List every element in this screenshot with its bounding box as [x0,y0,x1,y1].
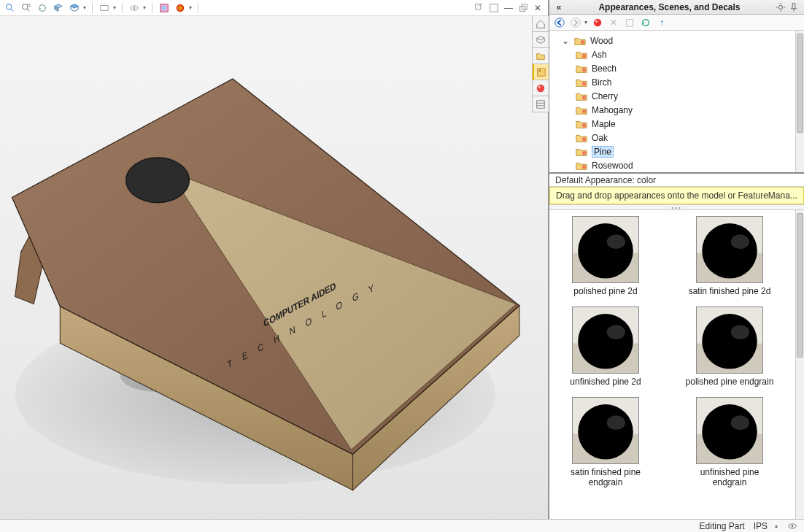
task-pane-tabs [532,16,548,112]
tree-node-maple[interactable]: Maple [549,117,804,131]
close-icon[interactable]: ✕ [532,2,544,14]
tab-file-explorer[interactable] [533,48,549,64]
scrollbar-thumb[interactable] [797,34,803,133]
rotate-icon[interactable] [36,2,48,14]
gear-icon[interactable] [775,1,786,13]
hide-show-icon[interactable] [98,2,110,14]
refresh-icon[interactable] [640,17,652,28]
svg-point-0 [7,4,12,9]
svg-point-67 [702,404,757,460]
units-dropdown-icon[interactable]: ▴ [775,523,778,529]
svg-rect-8 [162,6,166,9]
tree-label: Pine [592,146,614,158]
tab-view-palette[interactable] [533,64,549,80]
tree-node-mahogany[interactable]: Mahogany [549,103,804,117]
swatch-item[interactable]: unfinished pine 2d [558,307,653,387]
tree-node-oak[interactable]: Oak [549,131,804,144]
section-icon[interactable] [53,2,64,14]
tree-label: Wood [590,36,613,46]
display-style-icon[interactable] [69,2,80,14]
tab-design-library[interactable] [533,32,549,48]
svg-point-43 [582,151,586,155]
svg-point-41 [582,123,586,127]
splitter-grip[interactable]: ••• [549,204,804,210]
svg-point-37 [582,68,586,72]
svg-point-39 [582,96,586,99]
default-appearance-label: Default Appearance: color [549,174,804,187]
tree-node-ash[interactable]: Ash [549,47,804,61]
appearance-orb-icon[interactable] [592,17,603,28]
tab-home[interactable] [533,16,549,32]
panel-nav-bar: ▾ ✕ ↑ [549,15,804,31]
search-icon[interactable] [4,2,16,14]
history-dropdown-icon[interactable]: ▾ [584,19,587,26]
appearance-icon[interactable] [174,2,186,14]
svg-line-1 [11,8,14,11]
undock-icon[interactable] [473,2,485,14]
swatch-thumb[interactable] [696,397,763,464]
scrollbar-thumb[interactable] [797,213,803,358]
maximize-icon[interactable] [488,2,500,14]
svg-rect-19 [539,69,541,72]
scene-icon[interactable] [158,2,170,14]
svg-point-70 [792,525,794,527]
swatch-item[interactable]: satin finished pine 2d [682,216,777,296]
tree-scrollbar[interactable] [795,31,804,172]
graphics-viewport[interactable]: COMPUTER AIDED T E C H N O L O G Y [0,16,548,532]
svg-point-31 [571,18,580,26]
swatch-item[interactable]: polished pine endgrain [682,307,777,387]
zoom-to-fit-icon[interactable] [20,2,32,14]
paste-icon[interactable] [624,17,635,28]
dropdown-icon[interactable]: ▾ [83,4,86,11]
swatch-thumb[interactable] [572,397,639,464]
minimize-icon[interactable]: — [503,2,514,14]
swatch-item[interactable]: satin finished pine endgrain [558,397,653,487]
back-icon[interactable] [554,17,565,28]
status-units[interactable]: IPS [754,521,768,531]
panel-header: « Appearances, Scenes, and Decals [549,0,804,15]
eye-icon[interactable] [128,2,140,14]
pin-icon[interactable] [788,1,800,13]
appearance-swatches: polished pine 2dsatin finished pine 2dun… [549,210,804,532]
collapse-button[interactable]: « [554,2,564,12]
swatch-item[interactable]: unfinished pine endgrain [682,397,777,487]
status-mode: Editing Part [700,521,745,531]
swatch-item[interactable]: polished pine 2d [558,216,653,296]
tree-label: Birch [592,77,611,88]
forward-icon[interactable] [570,17,581,28]
svg-rect-3 [28,4,31,6]
svg-point-55 [578,314,633,369]
tab-custom-props[interactable] [533,96,549,112]
tree-node-pine[interactable]: Pine [549,144,804,158]
status-bar: Editing Part IPS ▴ [0,519,804,532]
tree-node-rosewood[interactable]: Rosewood [549,158,804,172]
svg-point-36 [582,54,586,58]
svg-point-64 [607,415,625,430]
swatch-thumb[interactable] [696,216,763,283]
swatch-caption: satin finished pine endgrain [558,467,653,487]
dropdown-icon[interactable]: ▾ [189,4,192,11]
svg-point-9 [177,4,185,12]
swatch-scrollbar[interactable] [795,210,804,532]
svg-point-21 [538,85,541,88]
appearances-panel: « Appearances, Scenes, and Decals ▾ ✕ ↑ … [549,0,804,532]
tab-appearances[interactable] [533,80,549,96]
up-icon[interactable]: ↑ [656,17,668,28]
svg-point-38 [582,82,586,85]
swatch-thumb[interactable] [572,216,639,283]
dropdown-icon[interactable]: ▾ [143,4,146,11]
restore-icon[interactable] [517,2,529,14]
svg-point-52 [731,234,749,249]
tree-node-birch[interactable]: Birch [549,75,804,89]
swatch-thumb[interactable] [572,307,639,374]
svg-point-20 [537,84,545,92]
chevron-down-icon[interactable]: ⌄ [561,36,570,46]
tree-node-wood[interactable]: ⌄Wood [549,34,804,47]
tree-node-beech[interactable]: Beech [549,61,804,75]
status-eye-icon[interactable] [786,520,798,532]
svg-point-32 [594,18,602,26]
delete-icon[interactable]: ✕ [608,17,619,28]
tree-node-cherry[interactable]: Cherry [549,89,804,103]
dropdown-icon[interactable]: ▾ [113,4,116,11]
swatch-thumb[interactable] [696,307,763,374]
